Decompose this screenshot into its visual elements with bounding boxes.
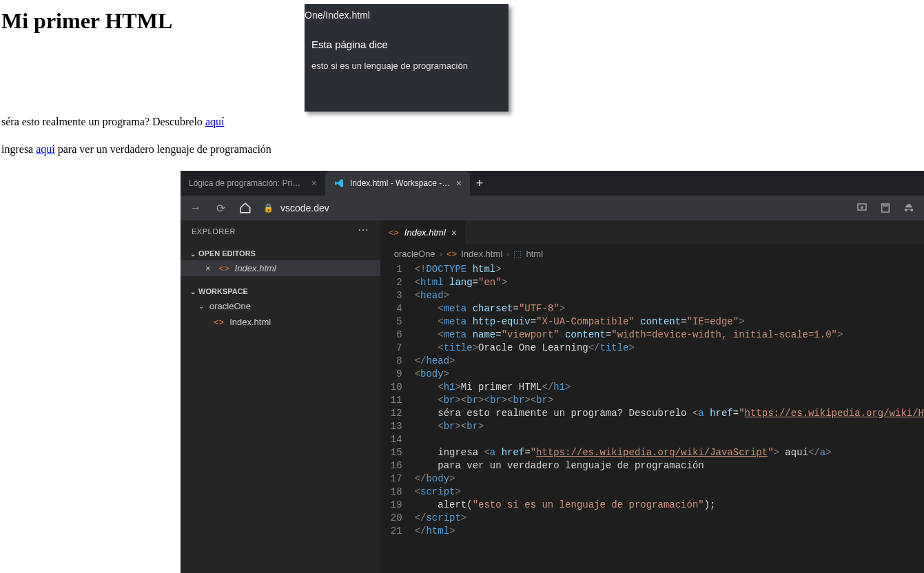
install-icon[interactable] bbox=[855, 202, 869, 214]
open-editors-section[interactable]: ⌄ OPEN EDITORS bbox=[181, 247, 380, 260]
folder-label: oracleOne bbox=[209, 301, 251, 311]
file-item[interactable]: <> Index.html bbox=[181, 314, 380, 330]
p2-suffix: para ver un verdadero lenguaje de progra… bbox=[55, 143, 271, 155]
workspace-section[interactable]: ⌄ WORKSPACE bbox=[181, 284, 380, 298]
vscode-favicon-icon bbox=[333, 178, 345, 189]
gutter: 123456789101112131415161718192021 bbox=[380, 263, 415, 573]
folder-item[interactable]: ⌄ oracleOne bbox=[181, 298, 380, 314]
vscode-app: EXPLORER ⋯ ⌄ OPEN EDITORS × <> Index.htm… bbox=[181, 220, 924, 573]
editor-tab[interactable]: <> Index.html × bbox=[380, 220, 466, 244]
p1-text: séra esto realmente un programa? Descubr… bbox=[1, 116, 205, 127]
html-file-icon: <> bbox=[446, 249, 457, 259]
url-text: vscode.dev bbox=[280, 202, 329, 213]
workspace-label: WORKSPACE bbox=[198, 287, 248, 295]
alert-message: esto si es un lenguaje de programación bbox=[311, 61, 468, 71]
chevron-down-icon: ⌄ bbox=[190, 250, 196, 258]
html-file-icon: <> bbox=[214, 317, 224, 327]
app-icon[interactable] bbox=[879, 202, 892, 214]
open-editors-label: OPEN EDITORS bbox=[198, 249, 256, 258]
link-aqui-2[interactable]: aquí bbox=[36, 143, 55, 155]
close-icon[interactable]: × bbox=[451, 227, 457, 238]
editor-tabs: <> Index.html × bbox=[380, 220, 924, 244]
svg-rect-1 bbox=[882, 204, 890, 212]
file-label: Index.html bbox=[229, 317, 271, 327]
home-icon[interactable] bbox=[238, 202, 252, 214]
code-editor[interactable]: 123456789101112131415161718192021 <!DOCT… bbox=[380, 263, 924, 573]
alert-url: One/Index.html bbox=[305, 10, 370, 21]
browser-tabs: Lógica de programación: Primer × Index.h… bbox=[181, 171, 924, 196]
address-bar: → ⟳ 🔒 vscode.dev bbox=[181, 196, 924, 220]
url-input[interactable]: 🔒 vscode.dev bbox=[263, 202, 844, 213]
chevron-right-icon: › bbox=[506, 249, 509, 259]
close-icon[interactable]: × bbox=[205, 263, 211, 273]
close-icon[interactable]: × bbox=[311, 178, 317, 189]
sidebar: EXPLORER ⋯ ⌄ OPEN EDITORS × <> Index.htm… bbox=[181, 220, 380, 573]
tab-vscode[interactable]: Index.html - Workspace - Visual × bbox=[325, 171, 470, 196]
chevron-down-icon: ⌄ bbox=[190, 288, 196, 295]
bc-symbol: html bbox=[526, 249, 543, 259]
chevron-down-icon: ⌄ bbox=[198, 302, 204, 310]
code-lines[interactable]: <!DOCTYPE html><html lang="en"><head> <m… bbox=[415, 263, 924, 573]
tab-logica[interactable]: Lógica de programación: Primer × bbox=[181, 171, 325, 196]
forward-icon[interactable]: → bbox=[189, 202, 203, 214]
close-icon[interactable]: × bbox=[456, 178, 462, 189]
open-editor-file[interactable]: × <> Index.html bbox=[181, 260, 380, 276]
page-paragraph-2: ingresa aquí para ver un verdadero lengu… bbox=[1, 143, 271, 156]
chevron-right-icon: › bbox=[440, 249, 442, 259]
new-tab-button[interactable]: + bbox=[470, 171, 489, 196]
bc-file: Index.html bbox=[461, 249, 502, 259]
reload-icon[interactable]: ⟳ bbox=[214, 202, 227, 215]
browser-window: Lógica de programación: Primer × Index.h… bbox=[181, 171, 924, 573]
page-paragraph-1: séra esto realmente un programa? Descubr… bbox=[1, 116, 224, 128]
bc-folder: oracleOne bbox=[394, 249, 435, 259]
html-file-icon: <> bbox=[389, 227, 399, 238]
symbol-icon: ⬚ bbox=[513, 249, 522, 259]
editor-area: <> Index.html × oracleOne › <> Index.htm… bbox=[380, 220, 924, 573]
alert-dialog: One/Index.html Esta página dice esto si … bbox=[305, 4, 509, 112]
breadcrumb[interactable]: oracleOne › <> Index.html › ⬚ html bbox=[380, 244, 924, 263]
file-label: Index.html bbox=[235, 263, 276, 273]
sidebar-title: EXPLORER bbox=[192, 227, 236, 236]
more-icon[interactable]: ⋯ bbox=[358, 227, 369, 236]
p2-prefix: ingresa bbox=[1, 143, 36, 155]
alert-title: Esta página dice bbox=[311, 39, 388, 50]
link-aqui-1[interactable]: aquí bbox=[205, 116, 225, 127]
html-file-icon: <> bbox=[219, 263, 229, 273]
incognito-icon[interactable] bbox=[902, 201, 916, 215]
tab-label: Index.html - Workspace - Visual bbox=[350, 178, 451, 188]
editor-tab-label: Index.html bbox=[404, 227, 446, 238]
lock-icon: 🔒 bbox=[263, 203, 274, 213]
tab-label: Lógica de programación: Primer bbox=[189, 178, 306, 188]
